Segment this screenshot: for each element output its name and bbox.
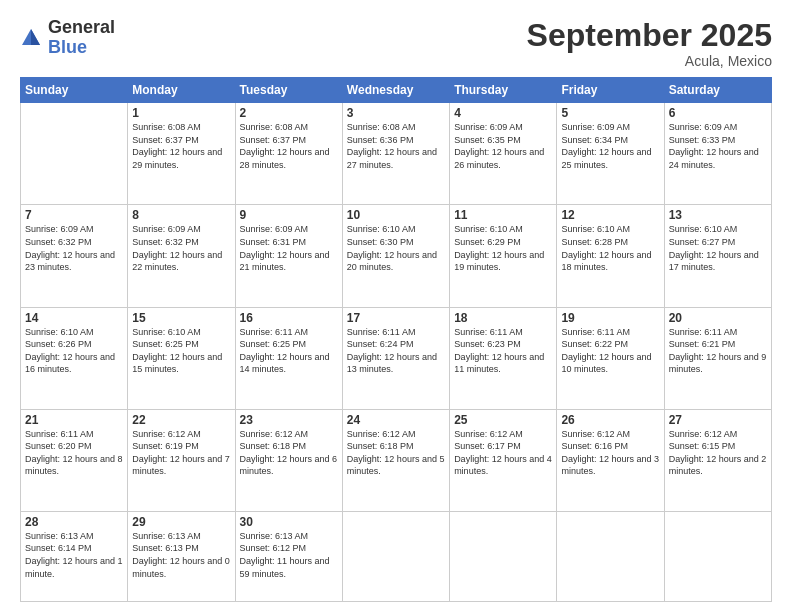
header-thursday: Thursday	[450, 78, 557, 103]
daylight-hours: Daylight: 12 hours and 19 minutes.	[454, 250, 544, 273]
daylight-hours: Daylight: 12 hours and 20 minutes.	[347, 250, 437, 273]
table-row: 7 Sunrise: 6:09 AM Sunset: 6:32 PM Dayli…	[21, 205, 128, 307]
page: General Blue September 2025 Acula, Mexic…	[0, 0, 792, 612]
sunrise-time: Sunrise: 6:12 AM	[132, 429, 201, 439]
logo-icon	[20, 27, 42, 49]
table-row: 19 Sunrise: 6:11 AM Sunset: 6:22 PM Dayl…	[557, 307, 664, 409]
day-info: Sunrise: 6:08 AM Sunset: 6:37 PM Dayligh…	[240, 121, 338, 171]
table-row	[450, 511, 557, 601]
sunrise-time: Sunrise: 6:08 AM	[132, 122, 201, 132]
header-sunday: Sunday	[21, 78, 128, 103]
table-row: 12 Sunrise: 6:10 AM Sunset: 6:28 PM Dayl…	[557, 205, 664, 307]
month-title: September 2025	[527, 18, 772, 53]
day-info: Sunrise: 6:10 AM Sunset: 6:25 PM Dayligh…	[132, 326, 230, 376]
day-info: Sunrise: 6:09 AM Sunset: 6:33 PM Dayligh…	[669, 121, 767, 171]
sunset-time: Sunset: 6:34 PM	[561, 135, 628, 145]
sunset-time: Sunset: 6:37 PM	[240, 135, 307, 145]
day-number: 2	[240, 106, 338, 120]
day-info: Sunrise: 6:11 AM Sunset: 6:22 PM Dayligh…	[561, 326, 659, 376]
sunrise-time: Sunrise: 6:10 AM	[454, 224, 523, 234]
table-row: 3 Sunrise: 6:08 AM Sunset: 6:36 PM Dayli…	[342, 103, 449, 205]
day-number: 19	[561, 311, 659, 325]
sunrise-time: Sunrise: 6:10 AM	[669, 224, 738, 234]
table-row	[557, 511, 664, 601]
daylight-hours: Daylight: 12 hours and 14 minutes.	[240, 352, 330, 375]
day-info: Sunrise: 6:12 AM Sunset: 6:18 PM Dayligh…	[240, 428, 338, 478]
sunset-time: Sunset: 6:32 PM	[25, 237, 92, 247]
day-info: Sunrise: 6:09 AM Sunset: 6:34 PM Dayligh…	[561, 121, 659, 171]
calendar-table: Sunday Monday Tuesday Wednesday Thursday…	[20, 77, 772, 602]
title-block: September 2025 Acula, Mexico	[527, 18, 772, 69]
sunset-time: Sunset: 6:33 PM	[669, 135, 736, 145]
header-friday: Friday	[557, 78, 664, 103]
daylight-hours: Daylight: 12 hours and 17 minutes.	[669, 250, 759, 273]
day-number: 3	[347, 106, 445, 120]
day-number: 25	[454, 413, 552, 427]
daylight-hours: Daylight: 12 hours and 2 minutes.	[669, 454, 767, 477]
sunset-time: Sunset: 6:28 PM	[561, 237, 628, 247]
day-number: 29	[132, 515, 230, 529]
sunrise-time: Sunrise: 6:11 AM	[347, 327, 416, 337]
sunrise-time: Sunrise: 6:08 AM	[240, 122, 309, 132]
day-info: Sunrise: 6:13 AM Sunset: 6:14 PM Dayligh…	[25, 530, 123, 580]
table-row: 28 Sunrise: 6:13 AM Sunset: 6:14 PM Dayl…	[21, 511, 128, 601]
sunset-time: Sunset: 6:24 PM	[347, 339, 414, 349]
day-number: 11	[454, 208, 552, 222]
sunset-time: Sunset: 6:35 PM	[454, 135, 521, 145]
daylight-hours: Daylight: 12 hours and 0 minutes.	[132, 556, 230, 579]
day-number: 9	[240, 208, 338, 222]
table-row: 10 Sunrise: 6:10 AM Sunset: 6:30 PM Dayl…	[342, 205, 449, 307]
day-info: Sunrise: 6:10 AM Sunset: 6:26 PM Dayligh…	[25, 326, 123, 376]
table-row: 27 Sunrise: 6:12 AM Sunset: 6:15 PM Dayl…	[664, 409, 771, 511]
daylight-hours: Daylight: 12 hours and 22 minutes.	[132, 250, 222, 273]
day-number: 24	[347, 413, 445, 427]
table-row: 15 Sunrise: 6:10 AM Sunset: 6:25 PM Dayl…	[128, 307, 235, 409]
day-info: Sunrise: 6:11 AM Sunset: 6:23 PM Dayligh…	[454, 326, 552, 376]
day-info: Sunrise: 6:11 AM Sunset: 6:20 PM Dayligh…	[25, 428, 123, 478]
daylight-hours: Daylight: 12 hours and 15 minutes.	[132, 352, 222, 375]
day-info: Sunrise: 6:11 AM Sunset: 6:25 PM Dayligh…	[240, 326, 338, 376]
daylight-hours: Daylight: 12 hours and 24 minutes.	[669, 147, 759, 170]
daylight-hours: Daylight: 12 hours and 11 minutes.	[454, 352, 544, 375]
sunrise-time: Sunrise: 6:09 AM	[669, 122, 738, 132]
header-saturday: Saturday	[664, 78, 771, 103]
table-row: 16 Sunrise: 6:11 AM Sunset: 6:25 PM Dayl…	[235, 307, 342, 409]
daylight-hours: Daylight: 12 hours and 10 minutes.	[561, 352, 651, 375]
daylight-hours: Daylight: 12 hours and 28 minutes.	[240, 147, 330, 170]
day-info: Sunrise: 6:12 AM Sunset: 6:17 PM Dayligh…	[454, 428, 552, 478]
table-row: 2 Sunrise: 6:08 AM Sunset: 6:37 PM Dayli…	[235, 103, 342, 205]
daylight-hours: Daylight: 12 hours and 23 minutes.	[25, 250, 115, 273]
day-info: Sunrise: 6:12 AM Sunset: 6:19 PM Dayligh…	[132, 428, 230, 478]
sunrise-time: Sunrise: 6:12 AM	[561, 429, 630, 439]
sunset-time: Sunset: 6:14 PM	[25, 543, 92, 553]
table-row: 24 Sunrise: 6:12 AM Sunset: 6:18 PM Dayl…	[342, 409, 449, 511]
table-row: 18 Sunrise: 6:11 AM Sunset: 6:23 PM Dayl…	[450, 307, 557, 409]
sunrise-time: Sunrise: 6:12 AM	[240, 429, 309, 439]
sunrise-time: Sunrise: 6:11 AM	[669, 327, 738, 337]
day-number: 17	[347, 311, 445, 325]
day-number: 15	[132, 311, 230, 325]
sunset-time: Sunset: 6:22 PM	[561, 339, 628, 349]
day-number: 20	[669, 311, 767, 325]
calendar-header-row: Sunday Monday Tuesday Wednesday Thursday…	[21, 78, 772, 103]
day-number: 6	[669, 106, 767, 120]
location-subtitle: Acula, Mexico	[527, 53, 772, 69]
day-number: 18	[454, 311, 552, 325]
sunrise-time: Sunrise: 6:09 AM	[561, 122, 630, 132]
table-row: 20 Sunrise: 6:11 AM Sunset: 6:21 PM Dayl…	[664, 307, 771, 409]
daylight-hours: Daylight: 12 hours and 8 minutes.	[25, 454, 123, 477]
day-info: Sunrise: 6:12 AM Sunset: 6:16 PM Dayligh…	[561, 428, 659, 478]
day-number: 30	[240, 515, 338, 529]
sunset-time: Sunset: 6:36 PM	[347, 135, 414, 145]
sunset-time: Sunset: 6:29 PM	[454, 237, 521, 247]
day-info: Sunrise: 6:13 AM Sunset: 6:13 PM Dayligh…	[132, 530, 230, 580]
day-info: Sunrise: 6:13 AM Sunset: 6:12 PM Dayligh…	[240, 530, 338, 580]
logo-general: General	[48, 18, 115, 38]
logo-text: General Blue	[48, 18, 115, 58]
sunrise-time: Sunrise: 6:09 AM	[25, 224, 94, 234]
daylight-hours: Daylight: 12 hours and 25 minutes.	[561, 147, 651, 170]
table-row: 14 Sunrise: 6:10 AM Sunset: 6:26 PM Dayl…	[21, 307, 128, 409]
table-row: 26 Sunrise: 6:12 AM Sunset: 6:16 PM Dayl…	[557, 409, 664, 511]
day-info: Sunrise: 6:11 AM Sunset: 6:24 PM Dayligh…	[347, 326, 445, 376]
day-info: Sunrise: 6:12 AM Sunset: 6:15 PM Dayligh…	[669, 428, 767, 478]
